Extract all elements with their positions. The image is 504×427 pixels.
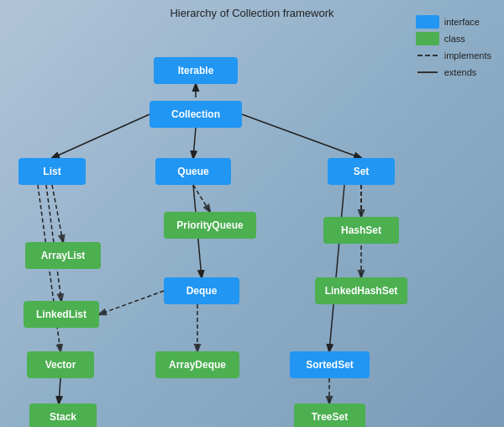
- svg-line-4: [193, 185, 210, 212]
- svg-line-1: [52, 114, 150, 158]
- node-collection: Collection: [150, 101, 242, 128]
- node-treeset: TreeSet: [294, 403, 365, 427]
- legend-implements-label: implements: [444, 50, 491, 61]
- diagram: IterableCollectionListQueueSetPriorityQu…: [0, 25, 412, 420]
- svg-line-11: [59, 378, 60, 403]
- legend-class-label: class: [444, 34, 465, 44]
- legend-class: class: [416, 32, 491, 45]
- legend-extends: extends: [416, 66, 491, 79]
- node-arraylist: ArrayList: [25, 242, 101, 269]
- node-hashset: HashSet: [323, 217, 399, 244]
- svg-line-14: [329, 185, 344, 351]
- node-linkedhashset: LinkedHashSet: [315, 277, 407, 304]
- legend-interface-box: [416, 15, 439, 29]
- svg-line-6: [52, 185, 63, 242]
- node-iterable: Iterable: [154, 57, 238, 84]
- node-priorityqueue: PriorityQueue: [164, 212, 256, 239]
- node-vector: Vector: [27, 351, 94, 378]
- node-set: Set: [328, 158, 395, 185]
- legend-interface: interface: [416, 15, 491, 29]
- node-deque: Deque: [164, 277, 239, 304]
- legend-implements: implements: [416, 49, 491, 62]
- legend-interface-label: interface: [444, 17, 480, 27]
- legend-implements-line: [416, 49, 439, 62]
- svg-line-3: [242, 114, 361, 158]
- node-list: List: [18, 158, 86, 185]
- legend-extends-line: [416, 66, 439, 79]
- node-sortedset: SortedSet: [290, 351, 370, 378]
- legend-extends-label: extends: [444, 67, 477, 77]
- legend-class-box: [416, 32, 439, 45]
- svg-line-9: [99, 291, 164, 314]
- node-arraydeque: ArrayDeque: [155, 351, 239, 378]
- legend: interface class implements extends: [416, 15, 491, 79]
- node-linkedlist: LinkedList: [24, 301, 99, 328]
- svg-line-2: [193, 128, 196, 158]
- node-queue: Queue: [155, 158, 231, 185]
- node-stack: Stack: [29, 403, 97, 427]
